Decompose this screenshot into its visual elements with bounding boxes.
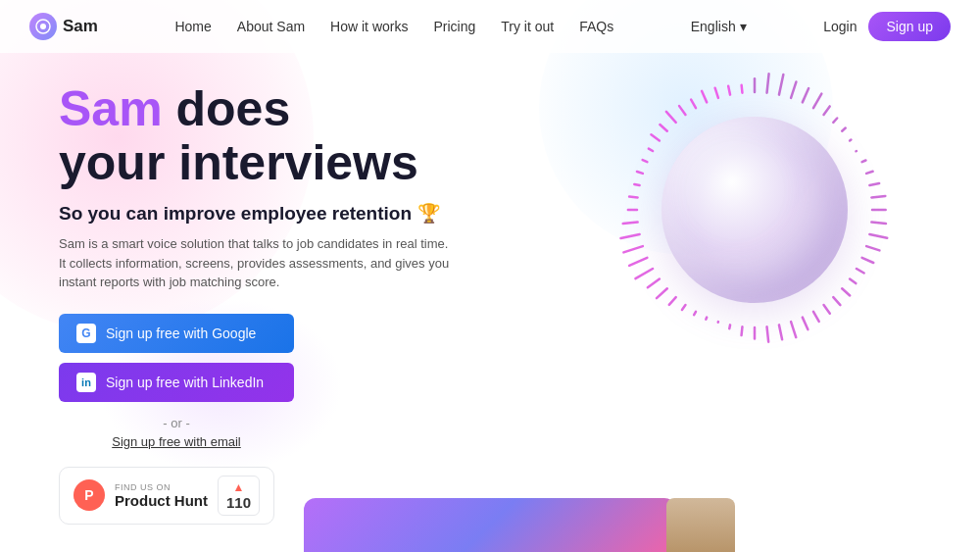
nav-how[interactable]: How it works <box>330 19 408 34</box>
cta-buttons: G Sign up free with Google in Sign up fr… <box>59 314 568 402</box>
hero-orb: .spike { stroke-width: 3; stroke-linecap… <box>617 73 892 347</box>
product-hunt-count: ▲ 110 <box>218 476 260 516</box>
google-icon: G <box>76 324 96 343</box>
product-hunt-text: FIND US ON Product Hunt <box>115 482 208 509</box>
signup-google-label: Sign up free with Google <box>106 326 256 341</box>
signup-linkedin-button[interactable]: in Sign up free with LinkedIn <box>59 363 294 402</box>
signup-google-button[interactable]: G Sign up free with Google <box>59 314 294 353</box>
logo[interactable]: Sam <box>29 13 98 40</box>
nav-actions: Login Sign up <box>823 12 951 41</box>
product-hunt-icon: P <box>74 479 105 511</box>
hero-description: Sam is a smart voice solution that talks… <box>59 234 470 292</box>
hero-section: Sam doesyour interviews So you can impro… <box>0 53 980 544</box>
signup-email-link[interactable]: Sign up free with email <box>59 434 294 449</box>
hero-subtitle-text: So you can improve employee retention <box>59 203 412 225</box>
trophy-icon: 🏆 <box>417 202 441 225</box>
chevron-down-icon: ▾ <box>740 19 747 34</box>
nav-pricing[interactable]: Pricing <box>433 19 475 34</box>
signup-button[interactable]: Sign up <box>868 12 950 41</box>
linkedin-icon: in <box>76 373 96 392</box>
hero-title-colored: Sam <box>59 81 163 136</box>
product-hunt-name: Product Hunt <box>115 492 208 509</box>
hero-content: Sam doesyour interviews So you can impro… <box>59 82 568 525</box>
upvote-arrow-icon: ▲ <box>233 480 245 494</box>
hero-title: Sam doesyour interviews <box>59 82 568 190</box>
product-hunt-find-label: FIND US ON <box>115 482 208 492</box>
upvote-count: 110 <box>226 494 251 511</box>
nav-about[interactable]: About Sam <box>237 19 305 34</box>
nav-try[interactable]: Try it out <box>501 19 554 34</box>
svg-point-1 <box>40 24 46 29</box>
logo-text: Sam <box>63 17 98 36</box>
orb-ball <box>662 117 848 303</box>
hero-orb-container: .spike { stroke-width: 3; stroke-linecap… <box>588 73 921 347</box>
language-selector[interactable]: English ▾ <box>691 19 747 34</box>
nav-links: Home About Sam How it works Pricing Try … <box>174 18 613 35</box>
hero-subtitle: So you can improve employee retention 🏆 <box>59 202 568 225</box>
section-divider: SAM CAN INTERVIEW ANYWHERE <box>0 544 980 553</box>
login-button[interactable]: Login <box>823 19 857 34</box>
logo-icon <box>29 13 57 40</box>
nav-faqs[interactable]: FAQs <box>579 19 613 34</box>
language-label: English <box>691 19 736 34</box>
signup-linkedin-label: Sign up free with LinkedIn <box>106 375 264 390</box>
nav-home[interactable]: Home <box>174 19 211 34</box>
product-hunt-badge[interactable]: P FIND US ON Product Hunt ▲ 110 <box>59 467 274 525</box>
navbar: Sam Home About Sam How it works Pricing … <box>0 0 980 53</box>
or-divider: - or - <box>59 416 294 430</box>
